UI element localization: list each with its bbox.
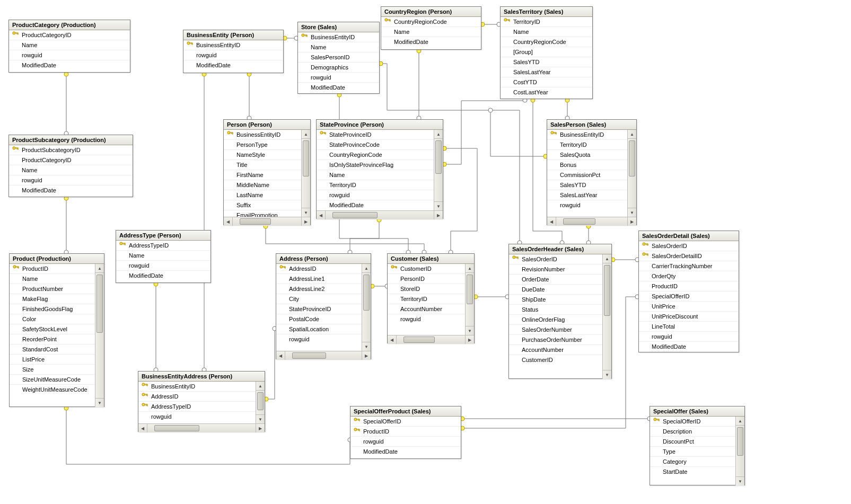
column[interactable]: ModifiedDate [317, 200, 434, 210]
entity-specialofferproduct[interactable]: SpecialOfferProduct (Sales) SpecialOffer… [350, 406, 461, 459]
column[interactable]: CostLastYear [501, 87, 592, 97]
column[interactable]: rowguid [388, 314, 466, 324]
vertical-scrollbar[interactable]: ▲▼ [434, 130, 443, 210]
entity-title[interactable]: SpecialOfferProduct (Sales) [350, 406, 461, 417]
column[interactable]: TerritoryID [317, 180, 434, 190]
entity-title[interactable]: Product (Production) [10, 254, 104, 264]
column[interactable]: ModifiedDate [639, 342, 739, 351]
column[interactable]: Type [650, 447, 736, 457]
column[interactable]: CustomerID [388, 264, 466, 274]
column[interactable]: Name [317, 170, 434, 180]
horizontal-scrollbar[interactable]: ◀▶ [388, 335, 474, 344]
vertical-scrollbar[interactable]: ▲▼ [301, 130, 310, 217]
entity-customer[interactable]: Customer (Sales) CustomerIDPersonIDStore… [387, 253, 475, 343]
vertical-scrollbar[interactable]: ▲▼ [465, 264, 474, 335]
horizontal-scrollbar[interactable]: ◀▶ [317, 210, 443, 219]
column[interactable]: StartDate [650, 467, 736, 476]
column[interactable]: AddressID [276, 264, 362, 274]
column[interactable]: Suffix [224, 200, 302, 210]
column[interactable]: PersonType [224, 140, 302, 150]
scroll-down-arrow[interactable]: ▼ [628, 208, 636, 217]
column[interactable]: EmailPromotion [224, 210, 302, 217]
scroll-thumb[interactable] [96, 275, 103, 333]
column[interactable]: rowguid [639, 332, 739, 342]
column[interactable]: BusinessEntityID [183, 40, 283, 50]
entity-salesperson[interactable]: SalesPerson (Sales) BusinessEntityIDTerr… [547, 119, 637, 225]
scroll-down-arrow[interactable]: ▼ [362, 342, 371, 351]
column[interactable]: SalesOrderID [639, 241, 739, 251]
column[interactable]: Name [116, 251, 210, 261]
column[interactable]: ProductID [350, 427, 461, 437]
entity-product[interactable]: Product (Production) ProductIDNameProduc… [9, 253, 104, 407]
scroll-thumb[interactable] [303, 140, 309, 176]
column[interactable]: BusinessEntityID [138, 382, 256, 392]
entity-specialoffer[interactable]: SpecialOffer (Sales) SpecialOfferIDDescr… [650, 406, 745, 485]
scroll-down-arrow[interactable]: ▼ [736, 476, 744, 485]
column[interactable]: ProductNumber [10, 284, 95, 294]
column[interactable]: Name [381, 27, 481, 37]
vertical-scrollbar[interactable]: ▲▼ [256, 382, 265, 423]
column[interactable]: AddressTypeID [138, 402, 256, 412]
entity-title[interactable]: BusinessEntityAddress (Person) [138, 372, 265, 382]
entity-productsubcategory[interactable]: ProductSubcategory (Production) ProductS… [8, 135, 133, 197]
column[interactable]: ModifiedDate [9, 185, 133, 195]
column[interactable]: City [276, 294, 362, 304]
scroll-down-arrow[interactable]: ▼ [256, 414, 265, 423]
scroll-thumb[interactable] [257, 392, 264, 410]
entity-title[interactable]: AddressType (Person) [116, 231, 210, 241]
horizontal-scrollbar[interactable]: ◀▶ [547, 217, 636, 226]
column[interactable]: Size [10, 365, 95, 375]
entity-title[interactable]: SalesTerritory (Sales) [501, 7, 592, 17]
column[interactable]: rowguid [547, 200, 628, 210]
scroll-thumb[interactable] [467, 275, 473, 304]
column[interactable]: SpecialOfferID [639, 291, 739, 302]
column[interactable]: AddressTypeID [116, 241, 210, 251]
column[interactable]: Title [224, 160, 302, 170]
scroll-down-arrow[interactable]: ▼ [603, 370, 611, 379]
column[interactable]: MiddleName [224, 180, 302, 190]
vertical-scrollbar[interactable]: ▲▼ [602, 254, 611, 379]
column[interactable]: Name [9, 40, 130, 50]
column[interactable]: ListPrice [10, 355, 95, 365]
scroll-up-arrow[interactable]: ▲ [736, 417, 744, 426]
column[interactable]: ModifiedDate [350, 447, 461, 456]
scroll-left-arrow[interactable]: ◀ [547, 217, 556, 226]
scroll-thumb[interactable] [154, 425, 199, 431]
scroll-thumb[interactable] [332, 212, 378, 218]
scroll-up-arrow[interactable]: ▲ [302, 130, 310, 139]
entity-person[interactable]: Person (Person) BusinessEntityIDPersonTy… [223, 119, 311, 225]
entity-store[interactable]: Store (Sales) BusinessEntityIDNameSalesP… [297, 22, 380, 94]
scroll-right-arrow[interactable]: ▶ [301, 217, 310, 226]
column[interactable]: Bonus [547, 160, 628, 170]
column[interactable]: TerritoryID [547, 140, 628, 150]
entity-countryregion[interactable]: CountryRegion (Person) CountryRegionCode… [381, 6, 481, 50]
vertical-scrollbar[interactable]: ▲▼ [362, 264, 371, 351]
entity-title[interactable]: ProductCategory (Production) [9, 20, 130, 30]
entity-productcategory[interactable]: ProductCategory (Production) ProductCate… [8, 20, 130, 73]
entity-businessentityaddress[interactable]: BusinessEntityAddress (Person) BusinessE… [138, 371, 265, 432]
column[interactable]: SpatialLocation [276, 324, 362, 334]
vertical-scrollbar[interactable]: ▲▼ [627, 130, 636, 217]
column[interactable]: rowguid [138, 412, 256, 421]
entity-title[interactable]: CountryRegion (Person) [381, 7, 481, 17]
entity-addresstype[interactable]: AddressType (Person) AddressTypeIDNamero… [116, 230, 211, 283]
entity-title[interactable]: Address (Person) [276, 254, 371, 264]
column[interactable]: CountryRegionCode [501, 37, 592, 47]
scroll-left-arrow[interactable]: ◀ [317, 211, 326, 219]
column[interactable]: WeightUnitMeasureCode [10, 385, 95, 394]
column[interactable]: SafetyStockLevel [10, 324, 95, 334]
scroll-up-arrow[interactable]: ▲ [95, 264, 104, 273]
column[interactable]: PurchaseOrderNumber [509, 335, 603, 345]
column[interactable]: ProductSubcategoryID [9, 145, 133, 155]
scroll-down-arrow[interactable]: ▼ [302, 208, 310, 217]
entity-salesorderdetail[interactable]: SalesOrderDetail (Sales) SalesOrderID Sa… [638, 231, 739, 352]
entity-title[interactable]: SalesOrderDetail (Sales) [639, 231, 739, 241]
column[interactable]: PostalCode [276, 314, 362, 324]
scroll-thumb[interactable] [737, 427, 743, 456]
entity-title[interactable]: SpecialOffer (Sales) [650, 406, 744, 417]
scroll-thumb[interactable] [292, 352, 326, 359]
entity-title[interactable]: Person (Person) [224, 120, 310, 130]
column[interactable]: Category [650, 457, 736, 467]
vertical-scrollbar[interactable]: ▲▼ [735, 417, 744, 485]
column[interactable]: SalesLastYear [547, 190, 628, 200]
